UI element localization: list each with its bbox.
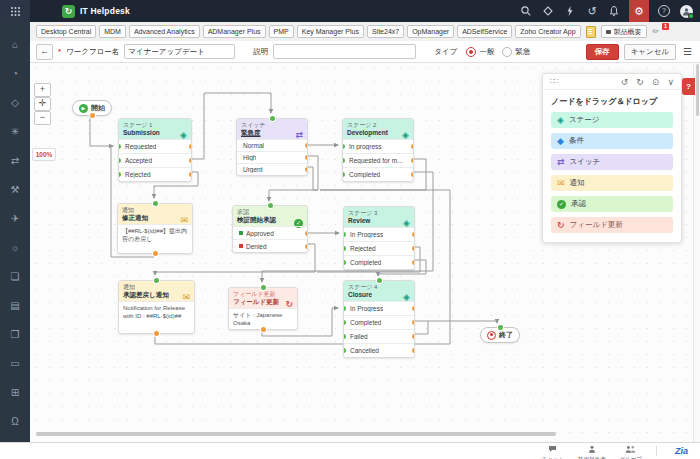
pan-button[interactable]: ✛ <box>34 97 51 111</box>
output-port[interactable] <box>154 331 159 336</box>
node-row[interactable]: Completed <box>344 255 414 269</box>
help-tab[interactable]: ? <box>682 78 695 95</box>
row-input-port[interactable] <box>344 246 346 251</box>
type-radio-1[interactable]: 緊急 <box>502 47 530 57</box>
product-tab[interactable]: MDM <box>99 25 126 38</box>
input-port[interactable] <box>270 116 275 121</box>
stage-node[interactable]: ステージ 2 Development ◈ In progressRequeste… <box>342 118 414 182</box>
notification-node[interactable]: 通知 修正通知 ✉ 【##RL-$(id)##】提出内容の差戻し <box>117 203 193 254</box>
sidebar-dashboard-icon[interactable]: ◔ <box>0 59 30 88</box>
approval-node[interactable]: 承認 検証開始承認 ✓ ApprovedDenied <box>232 205 308 253</box>
row-output-port[interactable] <box>305 244 307 249</box>
palette-item-notification[interactable]: ✉通知 <box>551 175 673 191</box>
node-row[interactable]: In Progress <box>344 227 414 241</box>
stage-node[interactable]: ステージ 1 Submission ◈ RequestedAcceptedRej… <box>118 118 192 182</box>
row-output-port[interactable] <box>411 144 413 149</box>
input-port[interactable] <box>261 285 266 290</box>
node-row[interactable]: In progress <box>343 139 413 153</box>
type-radio-0[interactable]: 一般 <box>466 47 494 57</box>
flash-icon[interactable] <box>563 0 577 22</box>
node-header[interactable]: ステージ 4 Closure ◈ <box>344 281 414 301</box>
row-input-port[interactable] <box>119 158 121 163</box>
node-row[interactable]: Requested <box>119 139 191 153</box>
output-port[interactable] <box>90 113 95 118</box>
history-icon[interactable]: ↺ <box>585 0 599 22</box>
product-tab[interactable]: PMP <box>269 25 294 38</box>
node-header[interactable]: スイッチ 緊急度 ⇄ <box>237 119 307 139</box>
node-row[interactable]: Denied <box>233 239 307 252</box>
sidebar-screen-icon[interactable]: ▭ <box>0 349 30 378</box>
statusbar-group-button[interactable]: グループ <box>620 440 642 459</box>
row-output-port[interactable] <box>412 334 414 339</box>
input-port[interactable] <box>154 278 159 283</box>
node-row[interactable]: Normal <box>237 139 307 151</box>
product-tab[interactable]: Desktop Central <box>36 25 96 38</box>
sidebar-database-icon[interactable]: ▤ <box>0 291 30 320</box>
node-header[interactable]: フィールド更新 フィールド更新 ↻ <box>229 288 297 308</box>
row-input-port[interactable] <box>343 158 345 163</box>
settings-icon[interactable]: ⚙ <box>629 0 649 22</box>
product-tab[interactable]: OpManager <box>407 25 454 38</box>
row-output-port[interactable] <box>412 320 414 325</box>
horizontal-scroll-thumb[interactable] <box>36 432 556 436</box>
vertical-scrollbar[interactable] <box>693 62 700 443</box>
stage-node[interactable]: ステージ 3 Review ◈ In ProgressRejectedCompl… <box>343 206 415 270</box>
notifications-icon[interactable] <box>607 0 621 22</box>
sidebar-star-icon[interactable]: ✳ <box>0 117 30 146</box>
switch-node[interactable]: スイッチ 緊急度 ⇄ NormalHighUrgent <box>236 118 308 176</box>
row-output-port[interactable] <box>189 172 191 177</box>
row-output-port[interactable] <box>412 306 414 311</box>
row-input-port[interactable] <box>343 144 345 149</box>
node-header[interactable]: 承認 検証開始承認 ✓ <box>233 206 307 226</box>
node-header[interactable]: ステージ 3 Review ◈ <box>344 207 414 227</box>
node-row[interactable]: High <box>237 151 307 163</box>
zia-button[interactable]: Zia <box>671 446 692 456</box>
drag-handle-icon[interactable]: ∷∷ <box>550 77 558 86</box>
collapse-panel-button[interactable]: ∨ <box>667 77 674 87</box>
help-icon[interactable]: ? <box>657 0 671 22</box>
row-output-port[interactable] <box>412 246 414 251</box>
row-output-port[interactable] <box>305 143 307 148</box>
zoom-out-button[interactable]: − <box>34 111 51 125</box>
cancel-button[interactable]: キャンセル <box>624 44 676 60</box>
tab-product-overview[interactable]: 製品概要 <box>601 25 647 38</box>
node-row[interactable]: Cancelled <box>344 343 414 357</box>
node-row[interactable]: In Progress <box>344 301 414 315</box>
zoom-in-button[interactable]: + <box>34 83 51 97</box>
row-output-port[interactable] <box>305 231 307 236</box>
start-node[interactable]: ▶開始 <box>72 100 112 116</box>
product-tab[interactable]: Advanced Analytics <box>129 25 200 38</box>
row-input-port[interactable] <box>119 144 121 149</box>
notification-node[interactable]: 通知 承認差戻し通知 ✉ Notification for Release wi… <box>118 280 195 334</box>
sidebar-chart-icon[interactable]: ⊞ <box>0 378 30 407</box>
statusbar-person-button[interactable]: 技術担当者 <box>578 440 606 459</box>
description-input[interactable] <box>273 44 416 59</box>
vertical-scroll-thumb[interactable] <box>696 64 699 116</box>
apps-grid-button[interactable] <box>0 0 30 22</box>
undo-button[interactable]: ↺ <box>621 77 629 87</box>
row-output-port[interactable] <box>412 260 414 265</box>
statusbar-chat-button[interactable]: チャット <box>542 440 565 459</box>
node-row[interactable]: Failed <box>344 329 414 343</box>
row-output-port[interactable] <box>412 232 414 237</box>
node-row[interactable]: Accepted <box>119 153 191 167</box>
explore-icon[interactable] <box>541 0 555 22</box>
target-button[interactable]: ⊙ <box>652 77 660 87</box>
brand[interactable]: ↻ IT Helpdesk <box>62 5 130 18</box>
output-port[interactable] <box>261 327 266 332</box>
sidebar-plane-icon[interactable]: ✈ <box>0 204 30 233</box>
row-input-port[interactable] <box>344 320 346 325</box>
input-port[interactable] <box>268 203 273 208</box>
node-row[interactable]: Requested for more in... <box>343 153 413 167</box>
end-node[interactable]: 終了 <box>480 327 520 343</box>
node-header[interactable]: ステージ 2 Development ◈ <box>343 119 413 139</box>
sidebar-shuffle-icon[interactable]: ⇄ <box>0 146 30 175</box>
row-input-port[interactable] <box>119 172 121 177</box>
row-input-port[interactable] <box>344 260 346 265</box>
palette-item-condition[interactable]: ◆条件 <box>551 133 673 149</box>
edit-pencil-icon[interactable]: ✏1 <box>653 27 665 36</box>
workflow-name-input[interactable] <box>124 44 235 59</box>
sidebar-tags-icon[interactable]: ◇ <box>0 88 30 117</box>
product-tab[interactable]: ADManager Plus <box>203 25 266 38</box>
sidebar-home-icon[interactable]: ⌂ <box>0 30 30 59</box>
